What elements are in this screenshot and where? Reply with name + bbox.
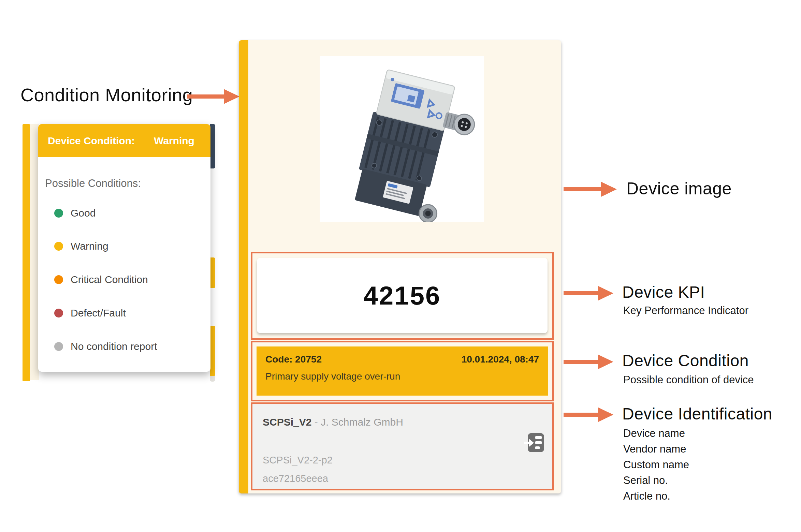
condition-label: No condition report [71,341,157,352]
condition-list-item: Warning [38,239,210,253]
device-kpi-annotation-subtitle: Key Performance Indicator [623,305,748,317]
annotation-list-item: Vendor name [623,441,689,457]
annotated-screenshot: Condition Monitoring Device Condition: W… [0,0,801,532]
device-condition-tooltip: Device Condition: Warning Possible Condi… [38,124,210,372]
kpi-highlight-box: 42156 [251,252,554,340]
condition-message: Primary supply voltage over-run [265,371,539,382]
condition-label: Warning [71,240,108,252]
arrow-head-icon [598,286,613,301]
device-identification-annotation: Device Identification [622,404,772,423]
condition-list-item: Critical Condition [38,273,210,286]
condition-accent-bar-backing [30,124,39,380]
device-image [320,56,484,222]
goto-device-icon[interactable] [524,433,544,452]
device-identification-annotation-list: Device name Vendor name Custom name Seri… [623,426,689,504]
serial-number: SCPSi_V2-2-p2 [263,455,333,466]
condition-label: Critical Condition [71,274,148,285]
annotation-list-item: Custom name [623,457,689,473]
condition-label: Defect/Fault [71,307,126,319]
hidden-card-edge-yellow [210,326,215,376]
status-dot-warning [54,242,63,251]
device-name: SCPSi_V2 [263,416,311,428]
kpi-value: 42156 [364,281,441,310]
condition-list-item: No condition report [38,340,210,353]
tooltip-header: Device Condition: Warning [38,124,210,157]
arrow-head-icon [224,89,239,104]
condition-timestamp: 10.01.2024, 08:47 [462,354,539,365]
hidden-card-edge-yellow [210,257,215,288]
annotation-list-item: Article no. [623,488,689,504]
device-condition-annotation-subtitle: Possible condition of device [623,374,754,386]
device-photo-illustration [320,56,484,222]
device-title: SCPSi_V2 - J. Schmalz GmbH [263,416,403,428]
hidden-card-shadow [210,376,215,382]
article-number: ace72165eeea [263,473,328,484]
device-condition-row[interactable]: Code: 20752 10.01.2024, 08:47 Primary su… [257,346,548,396]
condition-code: Code: 20752 [265,354,322,365]
possible-conditions-title: Possible Conditions: [45,177,141,190]
arrow-head-icon [601,182,617,197]
status-dot-defect [54,309,63,317]
arrow-icon [187,94,224,99]
condition-list-item: Good [38,206,210,220]
condition-highlight-box: Code: 20752 10.01.2024, 08:47 Primary su… [251,341,554,401]
status-dot-good [54,209,63,218]
arrow-head-icon [598,354,613,369]
arrow-icon [564,187,602,191]
annotation-list-item: Serial no. [623,473,689,488]
arrow-icon [564,291,598,295]
condition-accent-bar [23,124,30,381]
device-kpi-card: 42156 [257,258,548,333]
arrow-head-icon [598,407,613,422]
identification-highlight-box: SCPSi_V2 - J. Schmalz GmbH SCPSi_V2-2-p2… [251,402,554,490]
device-kpi-annotation: Device KPI [622,283,705,301]
status-dot-none [54,342,63,351]
condition-monitoring-label: Condition Monitoring [20,84,193,105]
device-condition-annotation: Device Condition [622,351,749,370]
vendor-name: - J. Schmalz GmbH [311,416,403,428]
status-dot-critical [54,275,63,284]
arrow-icon [564,360,598,364]
annotation-list-item: Device name [623,426,689,441]
condition-label: Good [71,207,96,219]
tooltip-header-label: Device Condition: [48,135,135,147]
device-card-accent-bar [239,40,248,493]
condition-list-item: Defect/Fault [38,306,210,320]
hidden-card-edge-navy [210,124,215,168]
arrow-icon [564,413,598,417]
tooltip-header-value: Warning [154,135,194,147]
device-card[interactable]: 42156 Code: 20752 10.01.2024, 08:47 Prim… [239,40,561,493]
device-image-annotation: Device image [626,179,732,198]
